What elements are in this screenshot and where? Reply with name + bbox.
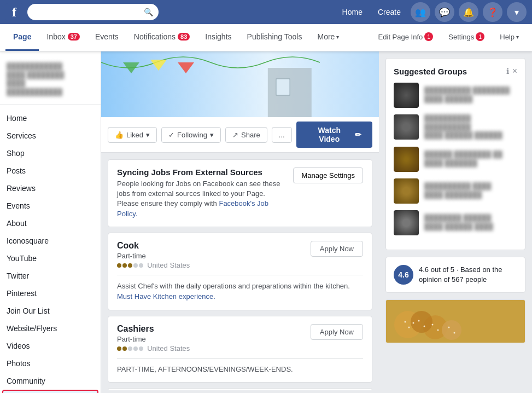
group-name: ██████████ ████	[424, 182, 517, 191]
inbox-badge: 37	[68, 33, 80, 41]
nav-create-link[interactable]: Create	[372, 4, 406, 20]
apply-now-button-cook[interactable]: Apply Now	[311, 241, 363, 257]
tab-publishing-tools[interactable]: Publishing Tools	[239, 24, 310, 51]
job-title: Cashiers	[117, 324, 190, 334]
svg-point-13	[405, 321, 406, 323]
svg-rect-0	[101, 51, 379, 117]
share-button[interactable]: ↗ Share	[225, 127, 267, 143]
food-image-box	[385, 299, 525, 343]
group-meta: ████ ████████	[424, 191, 517, 200]
edit-page-info-btn[interactable]: Edit Page Info 1	[371, 24, 441, 51]
main-wrapper: ████████████████ ████████████ ██████████…	[0, 51, 532, 393]
more-actions-button[interactable]: ...	[272, 127, 292, 143]
apply-now-button-cashiers[interactable]: Apply Now	[311, 324, 363, 340]
tab-page[interactable]: Page	[5, 24, 39, 51]
sidebar-item-twitter[interactable]: Twitter	[0, 267, 101, 285]
svg-point-19	[424, 326, 425, 327]
page-navigation: Page Inbox 37 Events Notifications 83 In…	[0, 24, 532, 51]
sidebar-item-about[interactable]: About	[0, 215, 101, 232]
sidebar: ████████████████ ████████████ ██████████…	[0, 51, 101, 393]
manage-settings-button[interactable]: Manage Settings	[293, 167, 363, 183]
svg-point-11	[411, 311, 432, 333]
group-avatar	[394, 83, 419, 108]
svg-point-18	[418, 320, 420, 322]
rating-circle: 4.6	[394, 265, 413, 285]
liked-button[interactable]: 👍 Liked ▾	[108, 127, 157, 143]
facebook-logo[interactable]: f	[5, 3, 23, 21]
close-icon[interactable]: ×	[512, 66, 517, 76]
sidebar-item-join-our-list[interactable]: Join Our List	[0, 302, 101, 320]
sidebar-item-home[interactable]: Home	[0, 109, 101, 127]
jobs-content: Syncing Jobs From External Sources Peopl…	[101, 153, 379, 390]
chevron-down-icon[interactable]: ▾	[507, 2, 527, 22]
job-description: Assist Chef's with the daily operations …	[117, 281, 363, 302]
job-info: Cook Part-time United States	[117, 241, 190, 269]
cover-photo-inner	[101, 51, 379, 117]
group-info: ██████████ ████████ ████ ██████	[424, 86, 517, 103]
tab-events[interactable]: Events	[87, 24, 126, 51]
bell-icon[interactable]: 🔔	[459, 2, 478, 22]
suggested-group-item: ██████████ ██████████ ████ ██████ ██████	[394, 114, 517, 140]
svg-point-14	[408, 327, 410, 328]
more-chevron-icon: ▾	[336, 34, 339, 40]
group-meta: ████ ██████ ████	[424, 223, 517, 232]
search-bar[interactable]: 🔍	[27, 4, 159, 20]
job-location: United States	[117, 344, 190, 352]
job-type: Part-time	[117, 252, 190, 260]
content-area: 👍 Liked ▾ ✓ Following ▾ ↗ Share ... Watc…	[101, 51, 379, 393]
tab-more[interactable]: More ▾	[309, 24, 347, 51]
job-card-header: Cook Part-time United States	[117, 241, 363, 269]
watch-video-button[interactable]: Watch Video ✏	[296, 122, 372, 148]
svg-point-20	[448, 327, 450, 328]
group-avatar	[394, 210, 419, 235]
must-have-link[interactable]: Must Have Kitchen experience.	[117, 292, 215, 300]
sync-banner-description: People looking for Jobs on Facebook can …	[117, 179, 287, 219]
sidebar-item-posts[interactable]: Posts	[0, 162, 101, 180]
svg-point-16	[432, 324, 434, 326]
sidebar-item-events[interactable]: Events	[0, 197, 101, 215]
rating-text: 4.6 out of 5 · Based on the opinion of 5…	[419, 265, 517, 285]
job-location: United States	[117, 261, 190, 269]
sidebar-item-videos[interactable]: Videos	[0, 337, 101, 355]
nav-home-link[interactable]: Home	[337, 4, 368, 20]
sidebar-item-reviews[interactable]: Reviews	[0, 180, 101, 197]
page-nav-right: Edit Page Info 1 Settings 1 Help ▾	[371, 24, 527, 51]
location-dots	[117, 263, 143, 268]
top-navigation: f 🔍 Home Create 👥 💬 🔔 ❓ ▾	[0, 0, 532, 24]
suggested-groups-panel: Suggested Groups ℹ × ██████████ ████████…	[385, 58, 525, 250]
people-icon[interactable]: 👥	[411, 2, 430, 22]
group-avatar	[394, 114, 419, 140]
question-icon[interactable]: ❓	[483, 2, 502, 22]
sidebar-item-community[interactable]: Community	[0, 372, 101, 390]
tab-insights[interactable]: Insights	[197, 24, 239, 51]
job-title: Cook	[117, 241, 190, 251]
suggested-group-item: ██████████ ████ ████ ████████	[394, 178, 517, 204]
sidebar-item-jobs[interactable]: Jobs	[2, 390, 98, 393]
svg-rect-6	[276, 79, 290, 95]
rating-box: 4.6 4.6 out of 5 · Based on the opinion …	[385, 257, 525, 293]
messenger-icon[interactable]: 💬	[435, 2, 454, 22]
settings-badge: 1	[476, 32, 484, 41]
settings-btn[interactable]: Settings 1	[441, 24, 492, 51]
cover-photo	[101, 51, 379, 117]
tab-notifications[interactable]: Notifications 83	[126, 24, 198, 51]
sidebar-item-photos[interactable]: Photos	[0, 355, 101, 372]
group-name: ██████ ████████ ██	[424, 151, 517, 159]
help-btn[interactable]: Help ▾	[492, 24, 527, 51]
liked-chevron-icon: ▾	[146, 131, 150, 139]
tab-inbox[interactable]: Inbox 37	[39, 24, 87, 51]
svg-point-21	[454, 332, 455, 334]
following-check-icon: ✓	[168, 131, 174, 139]
sidebar-item-iconosquare[interactable]: Iconosquare	[0, 232, 101, 250]
group-info: ██████████ ██████████ ████ ██████ ██████	[424, 114, 517, 140]
sidebar-item-pinterest[interactable]: Pinterest	[0, 285, 101, 302]
sidebar-item-youtube[interactable]: YouTube	[0, 250, 101, 267]
following-button[interactable]: ✓ Following ▾	[161, 127, 221, 143]
group-name: ██████████ ██████████	[424, 114, 517, 131]
sidebar-item-website-flyers[interactable]: Website/Flyers	[0, 320, 101, 337]
job-divider	[117, 275, 363, 275]
suggested-group-item: ████████ ██████ ████ ██████ ████	[394, 210, 517, 235]
sidebar-item-services[interactable]: Services	[0, 127, 101, 145]
search-input[interactable]	[33, 8, 141, 16]
sidebar-item-shop[interactable]: Shop	[0, 145, 101, 162]
